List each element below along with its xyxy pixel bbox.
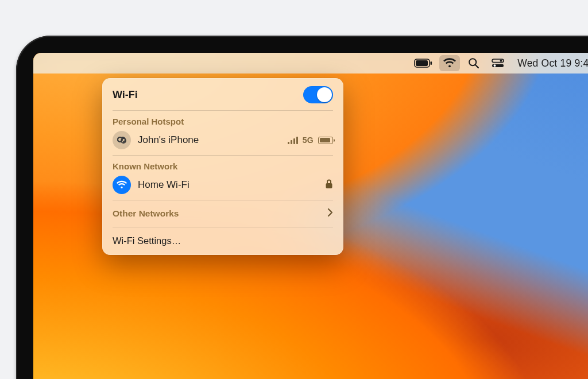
lock-icon bbox=[325, 179, 333, 191]
cellular-signal-icon bbox=[288, 136, 298, 144]
wifi-toggle-knob bbox=[317, 87, 332, 102]
divider bbox=[113, 155, 333, 156]
personal-hotspot-label: Personal Hotspot bbox=[102, 113, 343, 127]
svg-point-8 bbox=[494, 64, 496, 67]
svg-rect-11 bbox=[326, 183, 332, 188]
wifi-status-item[interactable] bbox=[439, 55, 460, 71]
hotspot-icon bbox=[113, 131, 131, 149]
wifi-connected-icon bbox=[113, 176, 131, 194]
wifi-toggle[interactable] bbox=[303, 86, 333, 103]
spotlight-item[interactable] bbox=[463, 55, 484, 71]
wifi-title-row: Wi-Fi bbox=[102, 84, 343, 108]
other-networks-label: Other Networks bbox=[113, 208, 320, 219]
cellular-label: 5G bbox=[303, 136, 314, 145]
battery-status-item[interactable] bbox=[411, 55, 436, 71]
menu-bar: Wed Oct 19 9:41 AM bbox=[33, 53, 588, 74]
svg-rect-2 bbox=[431, 61, 432, 65]
hotspot-name: John's iPhone bbox=[138, 134, 281, 146]
menu-bar-clock[interactable]: Wed Oct 19 9:41 AM bbox=[512, 57, 588, 69]
hotspot-status: 5G bbox=[288, 136, 333, 145]
control-center-item[interactable] bbox=[488, 55, 508, 71]
wifi-title: Wi-Fi bbox=[113, 89, 296, 101]
known-network-row-home-wifi[interactable]: Home Wi-Fi bbox=[102, 172, 343, 198]
svg-line-4 bbox=[475, 65, 478, 68]
other-networks-row[interactable]: Other Networks bbox=[102, 203, 343, 225]
screen: Wed Oct 19 9:41 AM Wi-Fi Personal Hotspo… bbox=[33, 53, 588, 379]
wifi-menu-panel: Wi-Fi Personal Hotspot John's iPhone 5G bbox=[102, 78, 343, 255]
wifi-settings-label: Wi-Fi Settings… bbox=[113, 235, 181, 246]
battery-icon bbox=[414, 59, 432, 68]
known-network-name: Home Wi-Fi bbox=[138, 179, 318, 191]
divider bbox=[113, 200, 333, 200]
svg-rect-1 bbox=[416, 60, 428, 66]
known-network-label: Known Network bbox=[102, 158, 343, 172]
svg-point-6 bbox=[500, 60, 502, 62]
wifi-settings-row[interactable]: Wi-Fi Settings… bbox=[102, 230, 343, 252]
divider bbox=[113, 227, 333, 227]
chevron-right-icon bbox=[327, 208, 333, 219]
control-center-icon bbox=[492, 59, 504, 68]
hotspot-row-johns-iphone[interactable]: John's iPhone 5G bbox=[102, 127, 343, 153]
hotspot-battery-icon bbox=[318, 137, 333, 144]
search-icon bbox=[468, 57, 479, 69]
divider bbox=[113, 110, 333, 111]
wifi-icon bbox=[443, 58, 457, 68]
